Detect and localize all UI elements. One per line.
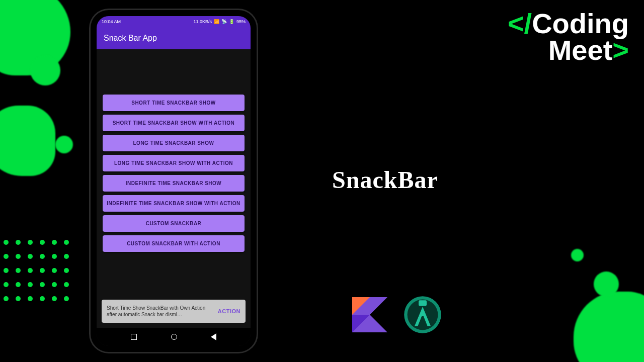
dot-grid (0, 236, 91, 317)
short-snackbar-button[interactable]: SHORT TIME SNACKBAR SHOW (103, 95, 245, 111)
kotlin-icon (352, 297, 387, 334)
svg-rect-6 (419, 300, 427, 306)
status-speed: 11.0KB/s (193, 19, 212, 24)
paint-splat (30, 55, 60, 85)
custom-snackbar-action-button[interactable]: CUSTOM SNACKBAR WITH ACTION (103, 235, 245, 252)
svg-point-8 (421, 312, 425, 316)
android-studio-icon (403, 295, 443, 337)
paint-splat (55, 136, 73, 153)
page-title: SnackBar (332, 166, 438, 194)
long-snackbar-action-button[interactable]: LONG TIME SNACKBAR SHOW WITH ACTION (103, 155, 245, 171)
status-bar: 10:04 AM 11.0KB/s 📶 📡 🔋 95% (97, 16, 251, 27)
app-bar: Snack Bar App (97, 27, 251, 49)
recents-icon[interactable] (131, 334, 137, 340)
signal-icon: 📶 (214, 19, 219, 24)
status-time: 10:04 AM (102, 19, 121, 24)
phone-frame: 10:04 AM 11.0KB/s 📶 📡 🔋 95% Snack Bar Ap… (91, 10, 257, 352)
custom-snackbar-button[interactable]: CUSTOM SNACKBAR (103, 215, 245, 232)
status-battery: 95% (236, 19, 246, 24)
indefinite-snackbar-action-button[interactable]: INDEFINITE TIME SNACKBAR SHOW WITH ACTIO… (103, 195, 245, 212)
app-content: SHORT TIME SNACKBAR SHOW SHORT TIME SNAC… (97, 49, 251, 328)
snackbar-action-button[interactable]: ACTION (218, 308, 240, 314)
short-snackbar-action-button[interactable]: SHORT TIME SNACKBAR SHOW WITH ACTION (103, 115, 245, 131)
wifi-icon: 📡 (221, 19, 227, 24)
paint-splat (594, 272, 619, 297)
paint-splat (0, 106, 55, 176)
tech-icons (352, 295, 443, 337)
paint-splat (574, 292, 644, 362)
battery-icon: 🔋 (229, 19, 234, 24)
android-nav-bar (97, 328, 251, 346)
snackbar-message: Short Time Show SnackBar with Own Action… (107, 305, 214, 318)
snackbar: Short Time Show SnackBar with Own Action… (102, 300, 246, 323)
indefinite-snackbar-button[interactable]: INDEFINITE TIME SNACKBAR SHOW (103, 175, 245, 192)
home-icon[interactable] (171, 334, 177, 340)
channel-logo: </Coding Meet> (508, 10, 629, 63)
back-icon[interactable] (211, 333, 216, 340)
paint-splat (571, 249, 584, 261)
app-bar-title: Snack Bar App (104, 34, 157, 43)
long-snackbar-button[interactable]: LONG TIME SNACKBAR SHOW (103, 135, 245, 151)
